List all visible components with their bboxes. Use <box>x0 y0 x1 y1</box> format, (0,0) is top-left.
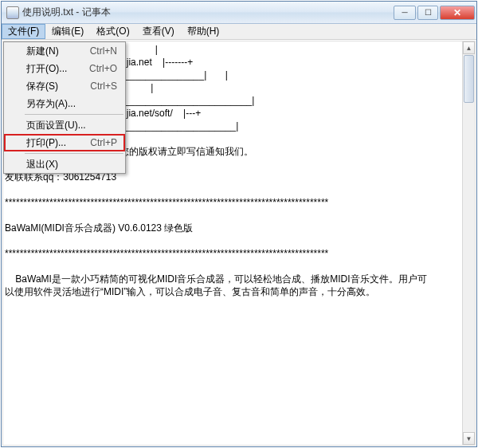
scroll-up-icon[interactable]: ▲ <box>463 41 475 54</box>
menu-print[interactable]: 打印(P)...Ctrl+P <box>4 134 125 151</box>
scroll-down-icon[interactable]: ▼ <box>463 432 475 445</box>
menu-separator <box>25 114 123 115</box>
menu-help[interactable]: 帮助(H) <box>181 24 226 39</box>
menu-edit[interactable]: 编辑(E) <box>45 24 90 39</box>
window-buttons: ─ ☐ ✕ <box>394 6 475 20</box>
menubar: 文件(F) 编辑(E) 格式(O) 查看(V) 帮助(H) <box>2 24 476 40</box>
notepad-window: 使用说明.txt - 记事本 ─ ☐ ✕ 文件(F) 编辑(E) 格式(O) 查… <box>1 1 477 447</box>
menu-save[interactable]: 保存(S)Ctrl+S <box>4 77 125 95</box>
menu-pagesetup[interactable]: 页面设置(U)... <box>4 116 125 134</box>
file-menu-dropdown: 新建(N)Ctrl+N 打开(O)...Ctrl+O 保存(S)Ctrl+S 另… <box>3 41 126 174</box>
close-button[interactable]: ✕ <box>440 6 475 20</box>
titlebar: 使用说明.txt - 记事本 ─ ☐ ✕ <box>2 2 476 24</box>
menu-view[interactable]: 查看(V) <box>136 24 181 39</box>
menu-separator <box>25 153 123 154</box>
menu-format[interactable]: 格式(O) <box>90 24 135 39</box>
app-icon <box>6 6 19 19</box>
scroll-thumb[interactable] <box>464 55 474 103</box>
menu-new[interactable]: 新建(N)Ctrl+N <box>4 42 125 60</box>
minimize-button[interactable]: ─ <box>394 6 416 20</box>
menu-file[interactable]: 文件(F) <box>2 24 45 39</box>
maximize-button[interactable]: ☐ <box>417 6 438 20</box>
menu-open[interactable]: 打开(O)...Ctrl+O <box>4 60 125 77</box>
text-area[interactable]: 新建(N)Ctrl+N 打开(O)...Ctrl+O 保存(S)Ctrl+S 另… <box>2 41 476 446</box>
vertical-scrollbar[interactable]: ▲ ▼ <box>462 41 475 445</box>
menu-exit[interactable]: 退出(X) <box>4 155 125 173</box>
window-title: 使用说明.txt - 记事本 <box>22 6 394 19</box>
menu-saveas[interactable]: 另存为(A)... <box>4 95 125 112</box>
